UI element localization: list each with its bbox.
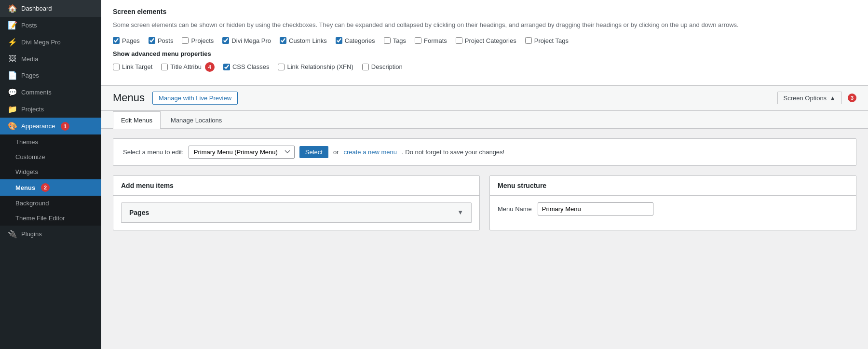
menu-name-input[interactable] (538, 202, 653, 215)
sidebar: 🏠 Dashboard 📝 Posts ⚡ Divi Mega Pro 🖼 Me… (0, 0, 101, 349)
tab-manage-locations[interactable]: Manage Locations (163, 111, 230, 129)
sidebar-item-divi-mega-pro[interactable]: ⚡ Divi Mega Pro (0, 34, 101, 51)
sidebar-item-background[interactable]: Background (0, 196, 101, 211)
checkbox-divi-mega-pro[interactable]: Divi Mega Pro (222, 37, 271, 44)
menus-page-title: Menus (113, 92, 145, 104)
appearance-badge: 1 (61, 122, 69, 131)
menu-structure-body: Menu Name (490, 196, 856, 222)
sidebar-item-label: Divi Mega Pro (21, 39, 61, 46)
sidebar-item-menus[interactable]: Menus 2 (0, 179, 101, 196)
tabs-bar: Edit Menus Manage Locations (101, 111, 868, 129)
advanced-checkboxes: Link Target Title Attribu 4 CSS Classes … (113, 62, 856, 72)
sidebar-item-comments[interactable]: 💬 Comments (0, 84, 101, 101)
sidebar-item-label: Media (21, 55, 38, 63)
checkbox-css-classes[interactable]: CSS Classes (223, 63, 270, 70)
screen-options-panel: Screen elements Some screen elements can… (101, 0, 868, 86)
pages-chevron-icon[interactable]: ▼ (457, 209, 463, 216)
dashboard-icon: 🏠 (8, 4, 17, 13)
sidebar-item-label: Projects (21, 106, 44, 113)
select-menu-label: Select a menu to edit: (123, 148, 184, 156)
title-attr-badge: 4 (205, 62, 215, 72)
screen-elements-title: Screen elements (113, 8, 856, 15)
menus-header-left: Menus Manage with Live Preview (113, 92, 238, 105)
pages-sub-panel: Pages ▼ (121, 202, 472, 223)
menu-select-dropdown[interactable]: Primary Menu (Primary Menu) (189, 146, 295, 159)
menus-label: Menus (15, 184, 35, 191)
checkbox-description[interactable]: Description (362, 63, 403, 70)
screen-elements-description: Some screen elements can be shown or hid… (113, 20, 856, 30)
add-menu-items-body: Pages ▼ (113, 196, 479, 230)
sidebar-item-label: Appearance (21, 122, 55, 130)
content-area: Select a menu to edit: Primary Menu (Pri… (101, 129, 868, 349)
menu-structure-header: Menu structure (490, 176, 856, 196)
menu-structure-panel: Menu structure Menu Name (489, 175, 856, 230)
sidebar-item-label: Pages (21, 72, 39, 79)
checkbox-pages[interactable]: Pages (113, 37, 140, 44)
themes-label: Themes (15, 138, 38, 146)
menu-structure-title: Menu structure (498, 182, 546, 189)
screen-options-label: Screen Options (784, 94, 827, 102)
sidebar-item-label: Posts (21, 22, 37, 29)
screen-options-area: Screen Options ▲ 3 (777, 92, 856, 104)
screen-options-toggle-button[interactable]: Screen Options ▲ (777, 92, 842, 104)
checkbox-formats[interactable]: Formats (415, 37, 447, 44)
appearance-submenu: Themes Customize Widgets Menus 2 Backgro… (0, 134, 101, 226)
sidebar-item-plugins[interactable]: 🔌 Plugins (0, 226, 101, 242)
pages-sub-panel-header: Pages ▼ (122, 203, 471, 223)
screen-elements-checkboxes: Pages Posts Projects Divi Mega Pro Custo… (113, 37, 856, 44)
checkbox-tags[interactable]: Tags (384, 37, 406, 44)
add-menu-items-title: Add menu items (121, 182, 174, 189)
pages-sub-panel-title: Pages (129, 209, 149, 216)
sidebar-item-label: Plugins (21, 230, 42, 238)
screen-options-badge: 3 (848, 94, 856, 102)
sidebar-item-label: Comments (21, 89, 52, 96)
plugins-icon: 🔌 (8, 229, 17, 239)
main-content: Screen elements Some screen elements can… (101, 0, 868, 349)
sidebar-item-projects[interactable]: 📁 Projects (0, 101, 101, 118)
sidebar-item-widgets[interactable]: Widgets (0, 164, 101, 179)
add-menu-items-header: Add menu items (113, 176, 479, 196)
sidebar-item-themes[interactable]: Themes (0, 134, 101, 149)
advanced-properties-heading: Show advanced menu properties (113, 50, 856, 57)
sidebar-item-appearance[interactable]: 🎨 Appearance 1 (0, 118, 101, 134)
menus-badge: 2 (41, 183, 50, 192)
checkbox-title-attributes[interactable]: Title Attribu 4 (161, 62, 215, 72)
checkbox-project-tags[interactable]: Project Tags (525, 37, 569, 44)
checkbox-posts[interactable]: Posts (149, 37, 174, 44)
sidebar-item-posts[interactable]: 📝 Posts (0, 17, 101, 34)
or-text: or (333, 148, 339, 156)
checkbox-projects[interactable]: Projects (182, 37, 214, 44)
checkbox-link-relationship[interactable]: Link Relationship (XFN) (278, 63, 353, 70)
checkbox-custom-links[interactable]: Custom Links (280, 37, 327, 44)
projects-icon: 📁 (8, 105, 17, 114)
live-preview-button[interactable]: Manage with Live Preview (152, 92, 238, 105)
select-menu-button[interactable]: Select (299, 146, 328, 158)
suffix-text: . Do not forget to save your changes! (402, 148, 504, 156)
screen-options-arrow: ▲ (829, 94, 836, 102)
sidebar-item-dashboard[interactable]: 🏠 Dashboard (0, 0, 101, 17)
add-menu-items-panel: Add menu items Pages ▼ (113, 175, 480, 230)
sidebar-item-customize[interactable]: Customize (0, 149, 101, 164)
checkbox-categories[interactable]: Categories (336, 37, 375, 44)
sidebar-item-label: Dashboard (21, 5, 52, 12)
checkbox-project-categories[interactable]: Project Categories (456, 37, 516, 44)
divi-icon: ⚡ (8, 38, 17, 47)
sidebar-item-theme-file-editor[interactable]: Theme File Editor (0, 211, 101, 226)
select-menu-row: Select a menu to edit: Primary Menu (Pri… (113, 138, 856, 166)
menu-name-label: Menu Name (498, 205, 532, 213)
menu-name-row: Menu Name (498, 202, 848, 215)
checkbox-link-target[interactable]: Link Target (113, 63, 152, 70)
menus-header: Menus Manage with Live Preview Screen Op… (101, 86, 868, 111)
widgets-label: Widgets (15, 168, 38, 175)
customize-label: Customize (15, 153, 45, 161)
sidebar-item-pages[interactable]: 📄 Pages (0, 67, 101, 84)
background-label: Background (15, 200, 49, 207)
sidebar-item-media[interactable]: 🖼 Media (0, 51, 101, 67)
create-new-menu-link[interactable]: create a new menu (343, 148, 397, 156)
appearance-icon: 🎨 (8, 121, 17, 131)
media-icon: 🖼 (8, 54, 17, 63)
comments-icon: 💬 (8, 88, 17, 97)
bottom-panels: Add menu items Pages ▼ Menu structure (113, 175, 856, 230)
tab-edit-menus[interactable]: Edit Menus (113, 111, 161, 129)
pages-icon: 📄 (8, 71, 17, 80)
